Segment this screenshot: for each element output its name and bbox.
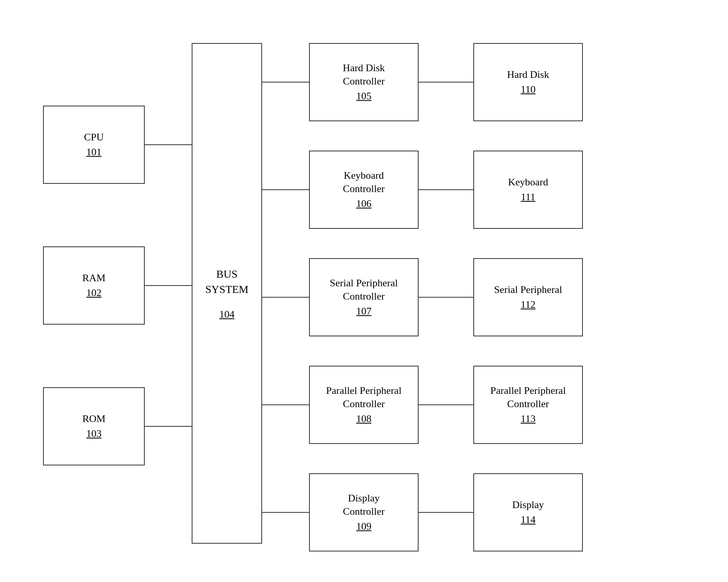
cpu-label: CPU	[84, 131, 104, 144]
dc-ref: 109	[356, 520, 372, 533]
ppc-box: Parallel PeripheralController 108	[309, 366, 419, 444]
dp-ref: 114	[521, 513, 536, 526]
hdc-ref: 105	[356, 90, 372, 103]
spc-ref: 107	[356, 305, 372, 318]
hd-label: Hard Disk	[507, 68, 549, 81]
pp-box: Parallel PeripheralController 113	[473, 366, 583, 444]
bus-label: BUSSYSTEM	[205, 266, 248, 297]
cpu-ref: 101	[86, 146, 102, 159]
kbc-ref: 106	[356, 197, 372, 210]
dc-label: DisplayController	[343, 492, 385, 518]
ppc-ref: 108	[356, 412, 372, 426]
rom-label: ROM	[82, 412, 105, 426]
spc-box: Serial PeripheralController 107	[309, 258, 419, 336]
ram-box: RAM 102	[43, 246, 145, 325]
cpu-box: CPU 101	[43, 106, 145, 184]
bus-box: BUSSYSTEM 104	[192, 43, 262, 544]
sp-box: Serial Peripheral 112	[473, 258, 583, 336]
hd-box: Hard Disk 110	[473, 43, 583, 121]
spc-label: Serial PeripheralController	[330, 277, 398, 303]
hdc-label: Hard DiskController	[343, 61, 385, 88]
hd-ref: 110	[521, 83, 536, 96]
ram-ref: 102	[86, 286, 102, 300]
pp-ref: 113	[521, 412, 536, 426]
rom-box: ROM 103	[43, 387, 145, 465]
kb-ref: 111	[521, 190, 535, 204]
kb-label: Keyboard	[508, 176, 548, 189]
hdc-box: Hard DiskController 105	[309, 43, 419, 121]
kbc-box: KeyboardController 106	[309, 151, 419, 229]
dp-label: Display	[512, 498, 544, 512]
dc-box: DisplayController 109	[309, 473, 419, 551]
ram-label: RAM	[82, 271, 105, 285]
rom-ref: 103	[86, 427, 102, 440]
dp-box: Display 114	[473, 473, 583, 551]
sp-label: Serial Peripheral	[494, 283, 562, 296]
ppc-label: Parallel PeripheralController	[326, 384, 402, 411]
pp-label: Parallel PeripheralController	[491, 384, 566, 411]
bus-ref: 104	[219, 309, 235, 320]
kbc-label: KeyboardController	[343, 169, 385, 196]
diagram: CPU 101 RAM 102 ROM 103 BUSSYSTEM 104 Ha…	[20, 20, 708, 567]
kb-box: Keyboard 111	[473, 151, 583, 229]
sp-ref: 112	[521, 298, 536, 311]
